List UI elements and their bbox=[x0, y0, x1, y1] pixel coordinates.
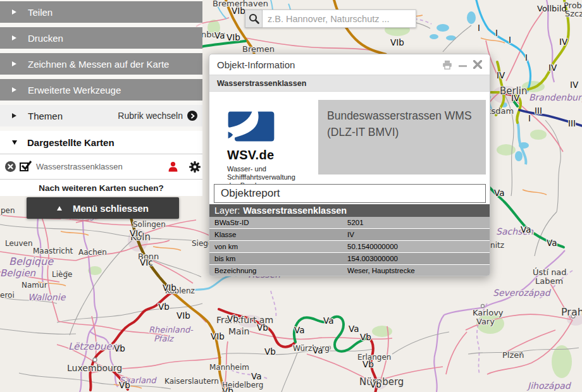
shown-maps-title: Dargestellte Karten bbox=[27, 137, 115, 148]
table-row: bis km 154.003000000 bbox=[209, 253, 490, 265]
wsv-logo: WSV.de Wasser- und Schifffahrtsverwaltun… bbox=[227, 111, 322, 190]
layer-prefix: Layer: bbox=[214, 205, 240, 216]
chevron-right-icon bbox=[12, 35, 16, 40]
report-layer-name: Wasserstrassenklassen bbox=[243, 205, 347, 216]
attr-value: 5201 bbox=[347, 219, 364, 226]
wsv-brand-text: WSV.de bbox=[227, 148, 322, 162]
service-title-box: Bundeswasserstrassen WMS (DLZ-IT BMVI) bbox=[318, 100, 486, 175]
rubrik-wechseln-label: Rubrik wechseln bbox=[118, 111, 183, 121]
object-report-header: Objektreport bbox=[214, 184, 486, 203]
attr-label: BWaStr-ID bbox=[209, 219, 347, 226]
search-more-maps-link[interactable]: Nach weiteren Karten suchen? bbox=[0, 180, 202, 196]
attribute-table: BWaStr-ID 5201 Klasse IV von km 50.15400… bbox=[209, 217, 490, 276]
printer-icon bbox=[442, 60, 452, 70]
search-bar bbox=[245, 9, 416, 28]
minimize-icon bbox=[459, 60, 467, 69]
attr-label: Bezeichnung bbox=[209, 267, 347, 274]
wsv-subtitle-line: Schifffahrtsverwaltung bbox=[227, 173, 322, 181]
close-icon bbox=[473, 60, 482, 69]
remove-layer-button[interactable] bbox=[5, 161, 16, 172]
minimize-button[interactable] bbox=[459, 60, 467, 69]
chevron-up-icon bbox=[57, 206, 62, 211]
chevron-right-icon bbox=[12, 113, 16, 118]
search-icon bbox=[249, 13, 259, 24]
rubrik-wechseln-button[interactable]: Rubrik wechseln bbox=[118, 111, 197, 121]
attr-label: von km bbox=[209, 243, 347, 250]
object-information-dialog: Objekt-Information bbox=[209, 54, 490, 276]
attr-label: Klasse bbox=[209, 231, 347, 238]
wsv-logo-icon bbox=[227, 111, 275, 142]
sidebar-item-teilen[interactable]: Teilen bbox=[0, 1, 202, 23]
sidebar-item-label: Erweiterte Werkzeuge bbox=[28, 85, 121, 95]
close-dialog-button[interactable] bbox=[473, 60, 482, 69]
print-button[interactable] bbox=[442, 60, 452, 70]
gear-icon bbox=[189, 161, 201, 173]
close-icon bbox=[8, 164, 13, 169]
table-row: Bezeichnung Weser, Hauptstrecke bbox=[209, 265, 490, 276]
table-row: BWaStr-ID 5201 bbox=[209, 217, 490, 229]
chevron-right-icon bbox=[12, 87, 16, 92]
layer-user-button[interactable] bbox=[168, 161, 178, 172]
shown-maps-panel: Dargestellte Karten Wasserstrassenklasse… bbox=[0, 131, 202, 196]
fullscreen-link[interactable]: Vollbild bbox=[537, 4, 567, 13]
checkmark-icon bbox=[20, 159, 32, 171]
chevron-right-icon bbox=[12, 61, 16, 66]
sidebar-item-label: Drucken bbox=[28, 33, 63, 44]
attr-label: bis km bbox=[209, 255, 347, 262]
service-name: Bundeswasserstrassen WMS bbox=[327, 107, 477, 124]
arrow-right-circle-icon bbox=[187, 111, 197, 121]
sidebar-item-erweiterte-werkzeuge[interactable]: Erweiterte Werkzeuge bbox=[0, 79, 202, 101]
search-button[interactable] bbox=[245, 9, 263, 28]
attr-value: 50.1540000000 bbox=[347, 243, 398, 250]
attr-value: Weser, Hauptstrecke bbox=[347, 267, 415, 274]
attr-value: 154.003000000 bbox=[347, 255, 398, 262]
dialog-title: Objekt-Information bbox=[217, 59, 442, 70]
dialog-section-header: Wasserstrassenklassen bbox=[209, 75, 490, 92]
service-provider: (DLZ-IT BMVI) bbox=[327, 124, 477, 140]
sidebar-item-themen[interactable]: Themen Rubrik wechseln bbox=[0, 105, 202, 126]
dialog-titlebar: Objekt-Information bbox=[209, 54, 490, 75]
app-screen: BremerhavenBremenOldenburgProbSzczeBerli… bbox=[0, 0, 582, 392]
sidebar-item-zeichnen-messen[interactable]: Zeichnen & Messen auf der Karte bbox=[0, 53, 202, 75]
person-icon bbox=[168, 161, 178, 172]
sidebar-item-label: Zeichnen & Messen auf der Karte bbox=[28, 59, 169, 70]
wsv-subtitle-line: Wasser- und bbox=[227, 165, 322, 173]
chevron-down-icon bbox=[12, 140, 17, 145]
report-layer-bar: Layer: Wasserstrassenklassen bbox=[209, 204, 490, 217]
sidebar-item-drucken[interactable]: Drucken bbox=[0, 27, 202, 49]
search-input[interactable] bbox=[263, 9, 416, 28]
close-menu-label: Menü schliessen bbox=[73, 203, 149, 214]
sidebar-item-label: Teilen bbox=[28, 7, 53, 18]
sidebar-item-label: Themen bbox=[28, 111, 63, 121]
shown-maps-header[interactable]: Dargestellte Karten bbox=[0, 131, 202, 154]
dialog-content: WSV.de Wasser- und Schifffahrtsverwaltun… bbox=[209, 92, 490, 185]
layer-row-wasserstrassenklassen: Wasserstrassenklassen bbox=[0, 154, 202, 180]
close-menu-button[interactable]: Menü schliessen bbox=[27, 197, 179, 219]
layer-name-label: Wasserstrassenklassen bbox=[36, 162, 168, 171]
layer-settings-button[interactable] bbox=[189, 161, 201, 173]
dialog-controls bbox=[442, 60, 482, 70]
attr-value: IV bbox=[347, 231, 354, 238]
chevron-right-icon bbox=[12, 9, 16, 15]
layer-visibility-checkbox[interactable] bbox=[20, 161, 30, 172]
table-row: Klasse IV bbox=[209, 229, 490, 241]
table-row: von km 50.1540000000 bbox=[209, 241, 490, 253]
